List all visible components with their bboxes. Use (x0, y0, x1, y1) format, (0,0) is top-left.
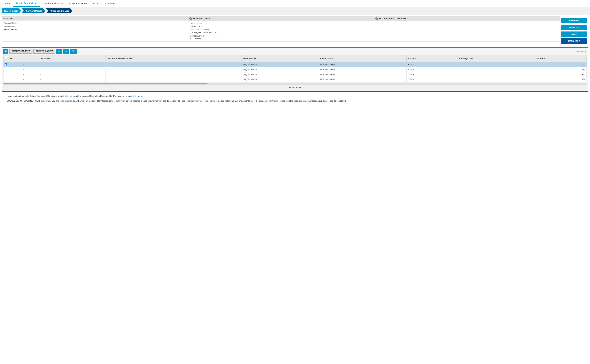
action-sidebar: PAYMENT PREVIOUS SAVE NEED HELP (560, 16, 588, 46)
nav-check-entitlement[interactable]: Check Entitlement (66, 0, 90, 7)
row-exchange-type (458, 67, 535, 72)
row-customer-ref (105, 77, 242, 82)
expand-icon[interactable]: ⤢ (585, 50, 587, 53)
row-serial-number: SN_UNKNOWN (242, 72, 319, 77)
row-checkbox-cell[interactable] (4, 62, 9, 67)
nav-home[interactable]: Home (2, 0, 13, 7)
row-exchange-type (458, 62, 535, 67)
terms-row-2: GOOGLE ZERO TOUCH NOTICE: If the devices… (3, 100, 587, 102)
horizontal-scrollbar[interactable] (3, 83, 587, 85)
scrollbar-thumb[interactable] (3, 83, 208, 84)
nav-contracts[interactable]: Contracts (103, 0, 118, 7)
nav-check-repair-status[interactable]: Check Repair Status (40, 0, 66, 7)
edit-pencil-icon[interactable]: ✏ (23, 78, 24, 80)
terms-link-2[interactable]: Click here (132, 95, 142, 97)
sort-arrows[interactable]: ▲▼ (5, 59, 7, 61)
payment-button[interactable]: PAYMENT (561, 18, 587, 23)
row-net-price: €27 (535, 62, 587, 67)
contact-name-value: portalreg test (190, 25, 371, 27)
table-section: ✕ DISPUTE JOB TYPE REMOVE DISPUTE ⊞ 🔗 🔍 … (2, 47, 588, 91)
row-job-type: Billable (406, 72, 458, 77)
row-product-name: MC9190-G30SW... (319, 62, 406, 67)
col-serial-number: Serial Number (242, 55, 319, 62)
return-shipping-section: i RETURN SHIPPING ADDRESS (374, 16, 560, 41)
main-content: ACCOUNT Account Number Account Name Zebr… (0, 15, 590, 108)
edit-pencil-icon[interactable]: ✏ (23, 68, 24, 71)
page-first[interactable]: ⏮ (289, 86, 291, 89)
need-help-button[interactable]: NEED HELP (561, 38, 587, 44)
nav-create-repair-order[interactable]: Create Repair Order (13, 0, 40, 7)
terms-text-1: I have read and agree to Zebra's Terms a… (7, 95, 143, 97)
link-icon-button[interactable]: 🔗 (63, 49, 69, 54)
step-payment-details[interactable]: Payment Details (22, 8, 45, 13)
row-serial-number: SN_UNKNOWN (242, 67, 319, 72)
save-button[interactable]: SAVE (561, 32, 587, 37)
row-checkbox-0[interactable] (5, 63, 7, 65)
row-job-type: Billable (406, 62, 458, 67)
row-customer-ref (105, 72, 242, 77)
nav-assets[interactable]: Assets (90, 0, 103, 7)
account-name-label: Account Name (4, 26, 185, 28)
table-row: ✏ 4 SN_UNKNOWN MC9190-G30SW... Billable … (4, 77, 587, 82)
dispute-job-type-button[interactable]: DISPUTE JOB TYPE (9, 49, 33, 54)
contact-phone-value: 1234567890 (190, 37, 371, 40)
google-notice-checkbox[interactable] (3, 100, 5, 102)
page-next[interactable]: ▶ (296, 86, 298, 89)
terms-link-1[interactable]: Click here (65, 95, 74, 97)
row-checkbox-cell[interactable] (4, 72, 9, 77)
shipping-contact-header: i SHIPPING CONTACT (188, 16, 374, 21)
row-exchange-type (458, 77, 535, 82)
account-number-label: Account Number (4, 22, 185, 24)
top-navigation: Home Create Repair Order Check Repair St… (0, 0, 590, 7)
row-line-number: 1 (38, 62, 105, 67)
copy-icon-button[interactable]: ⊞ (56, 49, 62, 54)
return-shipping-header: i RETURN SHIPPING ADDRESS (374, 16, 560, 21)
step-review-quote[interactable]: Review Quote (2, 8, 21, 13)
table-row: ✏ 3 SN_UNKNOWN MC9190-G30SW... Billable … (4, 72, 587, 77)
row-edit-cell[interactable]: ✏ (9, 67, 38, 72)
page-last[interactable]: ⏭ (299, 86, 301, 89)
page-prev[interactable]: ◀ (292, 86, 294, 89)
select-all-checkbox[interactable] (5, 56, 7, 58)
edit-pencil-icon[interactable]: ✏ (23, 73, 24, 76)
col-product-name: Product Name (319, 55, 406, 62)
info-sections: ACCOUNT Account Number Account Name Zebr… (2, 16, 560, 46)
info-icon-return: i (375, 17, 378, 20)
account-section: ACCOUNT Account Number Account Name Zebr… (2, 16, 188, 41)
row-checkbox-cell[interactable] (4, 67, 9, 72)
contact-name-label: Contact Name (190, 22, 371, 25)
remove-dispute-button[interactable]: REMOVE DISPUTE (33, 49, 55, 54)
col-exchange-type: Exchange Type (458, 55, 535, 62)
row-customer-ref (105, 62, 242, 67)
table-toolbar: ✕ DISPUTE JOB TYPE REMOVE DISPUTE ⊞ 🔗 🔍 … (3, 49, 587, 54)
row-checkbox-cell[interactable] (4, 77, 9, 82)
table-body: ✏ 1 SN_UNKNOWN MC9190-G30SW... Billable … (4, 62, 587, 82)
pagination: ⏮ ◀ ▶ ⏭ (3, 85, 587, 90)
row-edit-cell[interactable]: ✏ (9, 77, 38, 82)
previous-button[interactable]: PREVIOUS (561, 25, 587, 30)
step-order-confirmation[interactable]: Order Confirmation (46, 8, 72, 13)
row-checkbox-3[interactable] (5, 78, 7, 80)
close-button[interactable]: ✕ (3, 49, 8, 54)
col-checkbox: ▲▼ (4, 55, 9, 62)
col-line-number: Line Number (38, 55, 105, 62)
row-checkbox-2[interactable] (5, 73, 7, 75)
table-header: ▲▼ Edit Line Number Customer Reference N… (4, 55, 587, 62)
edit-pencil-icon[interactable]: ✏ (23, 64, 24, 66)
row-checkbox-1[interactable] (5, 68, 7, 70)
terms-checkbox-1[interactable] (3, 95, 5, 97)
info-row: ACCOUNT Account Number Account Name Zebr… (2, 16, 560, 41)
content-with-sidebar: ACCOUNT Account Number Account Name Zebr… (2, 16, 588, 46)
contact-phone-label: Contact Work Phone (190, 35, 371, 37)
search-icon-button[interactable]: 🔍 (70, 49, 77, 54)
row-job-type: Billable (406, 77, 458, 82)
row-edit-cell[interactable]: ✏ (9, 72, 38, 77)
row-product-name: MC9190-G30SW... (319, 77, 406, 82)
table-row: ✏ 1 SN_UNKNOWN MC9190-G30SW... Billable … (4, 62, 587, 67)
row-line-number: 2 (38, 67, 105, 72)
row-edit-cell[interactable]: ✏ (9, 62, 38, 67)
account-header: ACCOUNT (2, 16, 188, 20)
account-name-value: Zebra Internal (4, 28, 185, 31)
col-customer-ref: Customer Reference Number (105, 55, 242, 62)
row-net-price: €84 (535, 77, 587, 82)
